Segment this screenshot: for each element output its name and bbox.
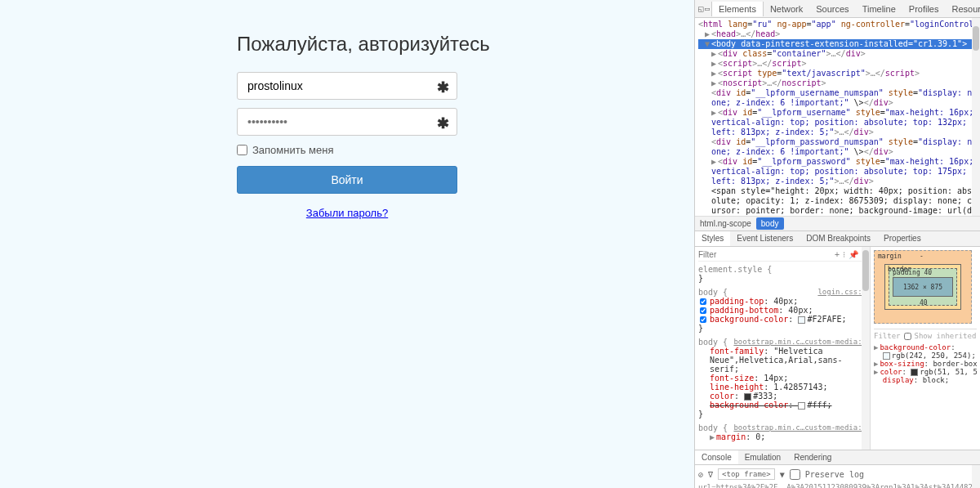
styles-panel[interactable]: + ⁝ 📌 ◓ element.style {} login.css:1 bod… xyxy=(695,247,870,450)
login-page: Пожалуйста, авторизуйтесь ✱ ✱ Запомнить … xyxy=(0,0,694,488)
tab-sources[interactable]: Sources xyxy=(809,2,855,16)
page-title: Пожалуйста, авторизуйтесь xyxy=(237,33,457,56)
dom-breadcrumb: html.ng-scope body xyxy=(695,216,980,231)
required-icon: ✱ xyxy=(437,78,449,96)
tab-timeline[interactable]: Timeline xyxy=(856,2,902,16)
selected-dom-node[interactable]: ▼<body data-pinterest-extension-installe… xyxy=(698,39,977,49)
subtab-dom-breakpoints[interactable]: DOM Breakpoints xyxy=(800,231,877,246)
preserve-log-checkbox[interactable] xyxy=(790,469,800,480)
subtab-properties[interactable]: Properties xyxy=(877,231,928,246)
frame-selector[interactable]: <top frame> xyxy=(718,468,775,480)
remember-checkbox[interactable] xyxy=(237,145,247,155)
drawer-tab-rendering[interactable]: Rendering xyxy=(787,450,838,464)
required-icon: ✱ xyxy=(437,114,449,132)
subtab-styles[interactable]: Styles xyxy=(695,231,730,246)
login-button[interactable]: Войти xyxy=(237,166,457,194)
toggle-state-icon[interactable]: ⁝ xyxy=(843,250,845,259)
remember-checkbox-label[interactable]: Запомнить меня xyxy=(237,144,457,156)
box-model: margin - border padding 40 1362 × 875 40 xyxy=(874,250,972,324)
tab-network[interactable]: Network xyxy=(764,2,809,16)
tab-elements[interactable]: Elements xyxy=(711,2,764,16)
scrollbar[interactable] xyxy=(972,465,980,488)
inspect-icon[interactable]: ◱ xyxy=(698,2,703,16)
styles-filter-input[interactable] xyxy=(698,250,739,259)
password-field[interactable] xyxy=(237,108,457,136)
pin-icon[interactable]: 📌 xyxy=(849,250,858,259)
computed-panel: margin - border padding 40 1362 × 875 40 xyxy=(870,247,980,450)
dom-span-base64: <span style="height: 20px; width: 40px; … xyxy=(698,186,977,216)
forgot-password-link[interactable]: Забыли пароль? xyxy=(306,207,388,219)
drawer-tab-console[interactable]: Console xyxy=(695,450,738,464)
breadcrumb-body[interactable]: body xyxy=(756,217,784,230)
scrollbar[interactable] xyxy=(972,18,980,216)
show-inherited-checkbox[interactable] xyxy=(904,333,911,340)
console-log-line: url=https%3A%2F%2F… A%3A20151123080939%3… xyxy=(698,483,977,488)
breadcrumb-html[interactable]: html.ng-scope xyxy=(695,217,756,230)
elements-tree[interactable]: <html lang="ru" ng-app="app" ng-controll… xyxy=(695,18,980,216)
devtools-panel: ◱ ▭ Elements Network Sources Timeline Pr… xyxy=(694,0,980,488)
tab-resources[interactable]: Resources xyxy=(945,2,980,16)
scrollbar[interactable] xyxy=(862,247,870,450)
tab-profiles[interactable]: Profiles xyxy=(902,2,946,16)
console-drawer-tabs: Console Emulation Rendering xyxy=(695,450,980,465)
clear-console-icon[interactable]: ⊘ xyxy=(698,470,703,479)
drawer-tab-emulation[interactable]: Emulation xyxy=(738,450,787,464)
console-panel[interactable]: ⊘ ∇ <top frame> ▼ Preserve log url=https… xyxy=(695,465,980,488)
remember-label-text: Запомнить меня xyxy=(252,144,333,156)
username-field[interactable] xyxy=(237,72,457,100)
device-icon[interactable]: ▭ xyxy=(705,2,710,16)
add-rule-icon[interactable]: + xyxy=(835,250,840,259)
subtab-event-listeners[interactable]: Event Listeners xyxy=(730,231,800,246)
styles-subtabs: Styles Event Listeners DOM Breakpoints P… xyxy=(695,231,980,247)
devtools-toolbar: ◱ ▭ Elements Network Sources Timeline Pr… xyxy=(695,0,980,18)
login-form: Пожалуйста, авторизуйтесь ✱ ✱ Запомнить … xyxy=(237,33,457,219)
filter-icon[interactable]: ∇ xyxy=(708,470,713,479)
